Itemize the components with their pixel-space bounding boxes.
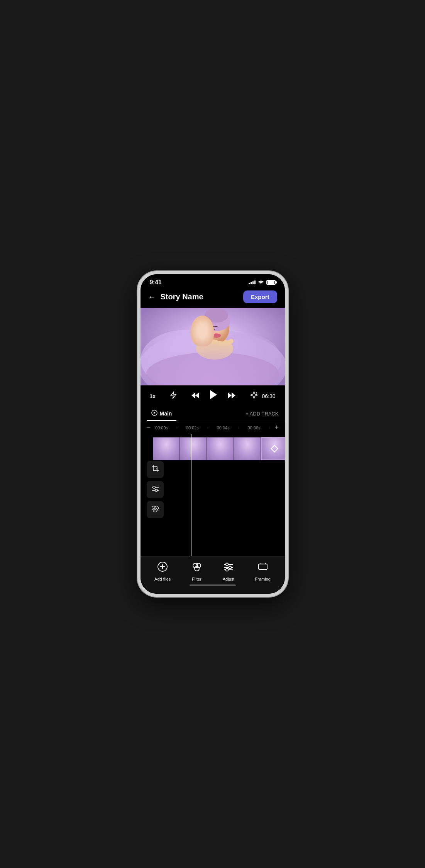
svg-point-10 xyxy=(200,329,206,335)
add-files-label: Add files xyxy=(154,577,171,581)
crop-tool-button[interactable] xyxy=(147,461,164,478)
timeline-tabs: Main + ADD TRACK xyxy=(141,407,285,421)
track-thumb-1[interactable] xyxy=(153,437,180,460)
color-circles-icon xyxy=(151,505,159,514)
svg-rect-13 xyxy=(153,467,157,470)
main-tab-icon xyxy=(151,410,157,417)
svg-point-9 xyxy=(212,333,221,338)
home-indicator xyxy=(190,584,236,586)
duration-display: 06:30 xyxy=(262,393,275,399)
back-button[interactable]: ← xyxy=(148,292,156,301)
svg-point-32 xyxy=(226,569,229,571)
bottom-tools: Add files Filter xyxy=(141,561,285,581)
timeline-area xyxy=(141,434,285,556)
svg-point-28 xyxy=(226,563,229,566)
track-thumb-2[interactable] xyxy=(180,437,207,460)
signal-bars-icon xyxy=(249,280,256,284)
page-title: Story Name xyxy=(161,292,203,301)
adjust-tool-button[interactable] xyxy=(147,481,164,498)
rewind-button[interactable] xyxy=(191,391,200,401)
svg-point-17 xyxy=(155,489,157,491)
add-files-icon xyxy=(157,561,168,574)
bottom-toolbar: Add files Filter xyxy=(141,556,285,594)
svg-point-3 xyxy=(207,334,281,385)
crop-svg xyxy=(151,465,159,473)
signal-bar-3 xyxy=(252,281,254,284)
filter-icon xyxy=(191,561,202,574)
svg-point-30 xyxy=(229,566,232,569)
framing-tool[interactable]: Framing xyxy=(255,561,271,581)
rewind-icon xyxy=(191,392,200,399)
fast-forward-button[interactable] xyxy=(227,391,236,401)
sliders-svg xyxy=(151,486,159,492)
add-track-button[interactable]: + ADD TRACK xyxy=(246,411,278,417)
status-time: 9:41 xyxy=(150,279,162,286)
export-button[interactable]: Export xyxy=(243,290,277,303)
speed-button[interactable]: 1x xyxy=(150,393,156,399)
zoom-in-button[interactable]: + xyxy=(274,424,279,432)
side-tools xyxy=(147,461,164,518)
add-files-svg xyxy=(157,561,168,572)
svg-point-5 xyxy=(196,338,233,360)
flash-icon[interactable] xyxy=(170,391,177,401)
play-icon xyxy=(209,389,218,400)
signal-bar-4 xyxy=(254,280,256,284)
magic-wand-icon xyxy=(250,391,258,399)
svg-point-11 xyxy=(201,334,206,339)
track-thumb-5[interactable] xyxy=(261,437,285,460)
battery-fill xyxy=(268,281,274,284)
playback-controls: 1x xyxy=(141,385,285,407)
add-files-tool[interactable]: Add files xyxy=(154,561,171,581)
signal-bar-1 xyxy=(249,283,250,284)
video-frame xyxy=(141,308,285,385)
signal-bar-2 xyxy=(251,282,252,284)
timeline-ruler: − 00:00s • 00:02s • 00:04s • 00:06s • + xyxy=(141,421,285,434)
filter-svg xyxy=(191,561,202,572)
track-row xyxy=(141,434,285,462)
fashion-photo-svg xyxy=(141,308,285,385)
playback-right-controls: 06:30 xyxy=(250,391,275,401)
framing-svg xyxy=(257,561,268,572)
ruler-mark-4: 00:04s xyxy=(217,426,230,430)
adjust-label: Adjust xyxy=(223,577,235,581)
ruler-mark-0: 00:00s xyxy=(155,426,168,430)
framing-label: Framing xyxy=(255,577,271,581)
timeline-track[interactable] xyxy=(153,437,285,460)
svg-rect-33 xyxy=(259,564,267,569)
ruler-dot-4: • xyxy=(269,427,270,429)
flash-svg xyxy=(170,391,177,399)
svg-point-8 xyxy=(204,308,228,323)
color-tool-button[interactable] xyxy=(147,501,164,518)
ruler-mark-2: 00:02s xyxy=(186,426,199,430)
header: ← Story Name Export xyxy=(141,287,285,308)
ruler-dot-3: • xyxy=(238,427,239,429)
track-thumb-4[interactable] xyxy=(234,437,261,460)
svg-point-15 xyxy=(153,486,155,488)
fast-forward-icon xyxy=(227,392,236,399)
ruler-mark-6: 00:06s xyxy=(248,426,261,430)
adjust-tool[interactable]: Adjust xyxy=(223,561,235,581)
header-left: ← Story Name xyxy=(148,292,203,301)
add-track-label: + ADD TRACK xyxy=(246,411,278,417)
framing-icon xyxy=(257,561,268,574)
ruler-dot-1: • xyxy=(176,427,177,429)
wifi-icon xyxy=(258,279,264,285)
magic-icon[interactable] xyxy=(250,391,258,401)
adjust-icon xyxy=(223,561,234,574)
status-bar: 9:41 xyxy=(141,274,285,287)
battery-icon xyxy=(266,280,276,285)
filter-tool[interactable]: Filter xyxy=(191,561,202,581)
video-preview xyxy=(141,308,285,385)
zoom-out-button[interactable]: − xyxy=(147,424,151,432)
sliders-icon xyxy=(151,486,159,493)
circle-play-icon xyxy=(151,410,157,416)
status-icons xyxy=(249,279,276,285)
ruler-dot-2: • xyxy=(207,427,208,429)
crop-icon xyxy=(151,465,159,474)
track-thumb-3[interactable] xyxy=(207,437,234,460)
color-circles-svg xyxy=(151,505,159,513)
play-button[interactable] xyxy=(209,389,218,403)
playhead[interactable] xyxy=(191,434,191,556)
main-tab[interactable]: Main xyxy=(147,407,177,421)
ruler-marks: 00:00s • 00:02s • 00:04s • 00:06s • xyxy=(154,426,271,430)
